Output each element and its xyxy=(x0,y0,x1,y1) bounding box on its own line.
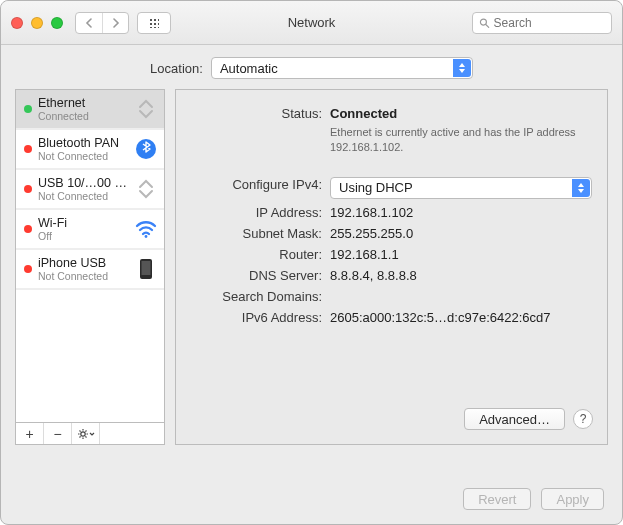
apply-button[interactable]: Apply xyxy=(541,488,604,510)
router-label: Router: xyxy=(190,247,330,262)
svg-line-14 xyxy=(79,436,80,437)
svg-line-12 xyxy=(85,436,86,437)
updown-arrows-icon xyxy=(572,179,590,197)
configure-ipv4-value: Using DHCP xyxy=(339,180,413,195)
service-name: Wi-Fi xyxy=(38,216,128,230)
router-value: 192.168.1.1 xyxy=(330,247,593,262)
service-sub: Connected xyxy=(38,110,128,122)
ethernet-icon xyxy=(134,97,158,121)
add-service-button[interactable]: + xyxy=(16,423,44,444)
bluetooth-icon xyxy=(134,137,158,161)
titlebar: Network xyxy=(1,1,622,45)
main-area: Ethernet Connected Bluetooth PAN Not Con… xyxy=(1,89,622,488)
service-sub: Not Connected xyxy=(38,190,128,202)
sidebar-wrap: Ethernet Connected Bluetooth PAN Not Con… xyxy=(15,89,165,478)
service-actions-menu-button[interactable] xyxy=(72,423,100,444)
location-value: Automatic xyxy=(220,61,278,76)
sidebar-actions: + − xyxy=(15,423,165,445)
window-controls xyxy=(11,17,63,29)
service-list: Ethernet Connected Bluetooth PAN Not Con… xyxy=(15,89,165,423)
search-field[interactable] xyxy=(472,12,612,34)
search-domains-label: Search Domains: xyxy=(190,289,330,304)
updown-arrows-icon xyxy=(453,59,471,77)
service-sub: Off xyxy=(38,230,128,242)
status-dot-icon xyxy=(24,105,32,113)
network-preferences-window: Network Location: Automatic Ethernet xyxy=(0,0,623,525)
svg-line-13 xyxy=(85,430,86,431)
ipv6-address-label: IPv6 Address: xyxy=(190,310,330,325)
svg-line-1 xyxy=(486,24,489,27)
subnet-mask-value: 255.255.255.0 xyxy=(330,226,593,241)
search-input[interactable] xyxy=(494,16,605,30)
chevron-right-icon xyxy=(112,18,120,28)
chevron-left-icon xyxy=(85,18,93,28)
svg-point-0 xyxy=(480,19,486,25)
service-name: USB 10/…00 LAN xyxy=(38,176,128,190)
status-value: Connected xyxy=(330,106,397,121)
status-label: Status: xyxy=(190,106,330,121)
sidebar-item-usb-lan[interactable]: USB 10/…00 LAN Not Connected xyxy=(16,170,164,210)
svg-point-6 xyxy=(80,431,84,435)
status-dot-icon xyxy=(24,225,32,233)
configure-ipv4-label: Configure IPv4: xyxy=(190,177,330,192)
wifi-icon xyxy=(134,217,158,241)
service-sub: Not Connected xyxy=(38,150,128,162)
service-name: Ethernet xyxy=(38,96,128,110)
revert-button[interactable]: Revert xyxy=(463,488,531,510)
location-row: Location: Automatic xyxy=(1,45,622,89)
configure-ipv4-select[interactable]: Using DHCP xyxy=(330,177,592,199)
phone-icon xyxy=(134,257,158,281)
subnet-mask-label: Subnet Mask: xyxy=(190,226,330,241)
svg-rect-5 xyxy=(142,261,151,275)
zoom-window-button[interactable] xyxy=(51,17,63,29)
dns-server-label: DNS Server: xyxy=(190,268,330,283)
status-dot-icon xyxy=(24,185,32,193)
ipv6-address-value: 2605:a000:132c:5…d:c97e:6422:6cd7 xyxy=(330,310,593,325)
service-name: iPhone USB xyxy=(38,256,128,270)
help-button[interactable]: ? xyxy=(573,409,593,429)
sidebar-item-ethernet[interactable]: Ethernet Connected xyxy=(16,90,164,130)
grid-icon xyxy=(149,18,159,28)
status-dot-icon xyxy=(24,145,32,153)
footer: Revert Apply xyxy=(1,488,622,524)
show-all-button[interactable] xyxy=(137,12,171,34)
close-window-button[interactable] xyxy=(11,17,23,29)
gear-dropdown-icon xyxy=(77,428,95,440)
search-icon xyxy=(479,17,490,29)
status-note: Ethernet is currently active and has the… xyxy=(330,125,593,155)
sidebar-item-bluetooth-pan[interactable]: Bluetooth PAN Not Connected xyxy=(16,130,164,170)
svg-line-11 xyxy=(79,430,80,431)
advanced-button[interactable]: Advanced… xyxy=(464,408,565,430)
location-select[interactable]: Automatic xyxy=(211,57,473,79)
sidebar-item-wifi[interactable]: Wi-Fi Off xyxy=(16,210,164,250)
dns-server-value: 8.8.8.4, 8.8.8.8 xyxy=(330,268,593,283)
forward-button[interactable] xyxy=(102,13,128,33)
ip-address-value: 192.168.1.102 xyxy=(330,205,593,220)
back-button[interactable] xyxy=(76,13,102,33)
minimize-window-button[interactable] xyxy=(31,17,43,29)
ethernet-icon xyxy=(134,177,158,201)
service-sub: Not Connected xyxy=(38,270,128,282)
service-name: Bluetooth PAN xyxy=(38,136,128,150)
nav-back-forward xyxy=(75,12,129,34)
ip-address-label: IP Address: xyxy=(190,205,330,220)
details-pane: Status: Connected Ethernet is currently … xyxy=(175,89,608,445)
svg-point-3 xyxy=(145,235,148,238)
remove-service-button[interactable]: − xyxy=(44,423,72,444)
location-label: Location: xyxy=(150,61,203,76)
status-dot-icon xyxy=(24,265,32,273)
sidebar-item-iphone-usb[interactable]: iPhone USB Not Connected xyxy=(16,250,164,290)
